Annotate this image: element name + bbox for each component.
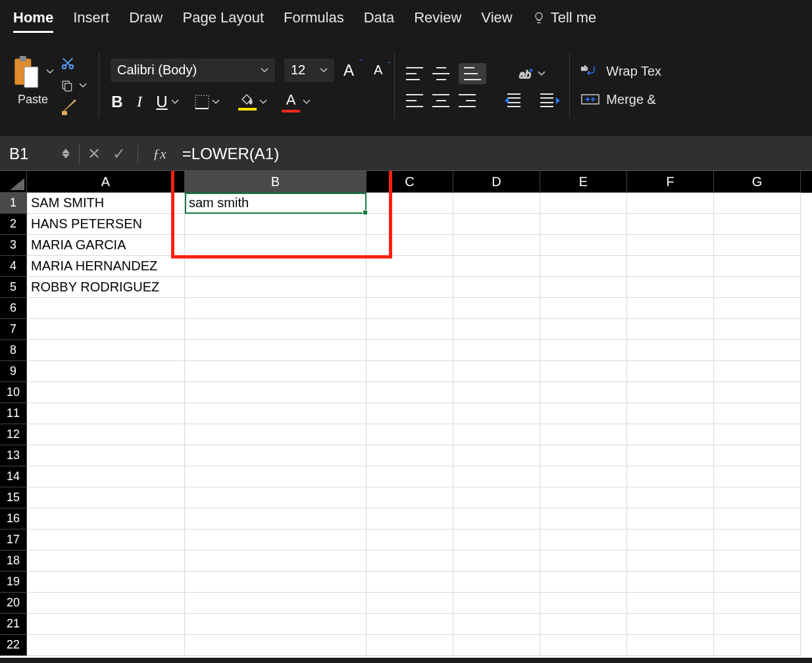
cell[interactable] — [453, 214, 540, 235]
wrap-text-button[interactable]: ab Wrap Tex — [581, 64, 661, 79]
cell[interactable] — [714, 214, 801, 235]
cell[interactable] — [714, 319, 801, 340]
row-header[interactable]: 12 — [0, 424, 27, 445]
cell[interactable] — [185, 572, 367, 593]
row-header[interactable]: 18 — [0, 551, 27, 572]
cell[interactable] — [540, 593, 627, 614]
cell[interactable] — [540, 193, 627, 214]
cell[interactable] — [540, 382, 627, 403]
cell[interactable] — [185, 298, 367, 319]
cell[interactable] — [627, 551, 714, 572]
cell[interactable] — [367, 298, 453, 319]
cell[interactable] — [714, 466, 801, 487]
tab-view[interactable]: View — [481, 9, 512, 26]
increase-indent-button[interactable] — [540, 93, 557, 108]
cell[interactable] — [367, 340, 453, 361]
tab-review[interactable]: Review — [414, 9, 461, 26]
cell[interactable] — [714, 445, 801, 466]
align-right-button[interactable] — [459, 94, 476, 107]
cell[interactable] — [540, 319, 627, 340]
formula-input[interactable]: =LOWER(A1) — [174, 145, 812, 163]
cell[interactable] — [27, 361, 185, 382]
cell[interactable] — [453, 445, 540, 466]
cell[interactable] — [714, 277, 801, 298]
column-header-b[interactable]: B — [185, 171, 367, 193]
cell[interactable] — [27, 403, 185, 424]
cell[interactable] — [453, 340, 540, 361]
row-header[interactable]: 4 — [0, 256, 27, 277]
cell[interactable] — [627, 235, 714, 256]
cell[interactable] — [185, 614, 367, 635]
row-header[interactable]: 15 — [0, 487, 27, 508]
cell[interactable] — [714, 256, 801, 277]
cell[interactable] — [367, 445, 453, 466]
cell[interactable] — [453, 403, 540, 424]
cell[interactable] — [540, 466, 627, 487]
align-left-button[interactable] — [406, 94, 423, 107]
cell[interactable] — [367, 635, 453, 656]
cell[interactable] — [714, 340, 801, 361]
align-center-button[interactable] — [432, 94, 449, 107]
align-bottom-button[interactable] — [459, 63, 486, 84]
cell[interactable] — [540, 508, 627, 529]
cell[interactable] — [185, 235, 367, 256]
cell[interactable] — [185, 214, 367, 235]
cell[interactable] — [367, 466, 453, 487]
cell[interactable] — [367, 235, 453, 256]
cell[interactable] — [540, 529, 627, 551]
cell[interactable] — [540, 403, 627, 424]
cell[interactable]: MARIA GARCIA — [27, 235, 185, 256]
cell[interactable] — [627, 319, 714, 340]
cell[interactable] — [367, 193, 453, 214]
cell[interactable] — [367, 529, 453, 551]
cell[interactable]: sam smith — [185, 193, 367, 214]
cell[interactable] — [627, 277, 714, 298]
row-header[interactable]: 16 — [0, 508, 27, 529]
cancel-formula-button[interactable]: ✕ — [88, 145, 101, 163]
cell[interactable] — [367, 614, 453, 635]
tab-data[interactable]: Data — [364, 9, 394, 26]
row-header[interactable]: 11 — [0, 403, 27, 424]
cell[interactable] — [714, 382, 801, 403]
cell[interactable] — [185, 635, 367, 656]
row-header[interactable]: 14 — [0, 466, 27, 487]
bold-button[interactable]: B — [111, 93, 124, 111]
cell[interactable] — [714, 193, 801, 214]
accept-formula-button[interactable]: ✓ — [113, 145, 126, 163]
borders-button[interactable] — [195, 95, 220, 109]
cell[interactable] — [185, 593, 367, 614]
column-header-e[interactable]: E — [540, 171, 627, 193]
tab-home[interactable]: Home — [13, 9, 53, 26]
cell[interactable] — [27, 529, 185, 551]
cell[interactable] — [627, 193, 714, 214]
cell[interactable] — [714, 424, 801, 445]
column-header-c[interactable]: C — [367, 171, 453, 193]
cell[interactable] — [627, 593, 714, 614]
format-painter-button[interactable] — [61, 99, 87, 116]
cell[interactable] — [453, 319, 540, 340]
cell[interactable] — [540, 256, 627, 277]
fx-icon[interactable]: ƒx — [153, 145, 166, 162]
row-header[interactable]: 1 — [0, 193, 27, 214]
cell[interactable] — [367, 256, 453, 277]
cell[interactable] — [714, 403, 801, 424]
cell[interactable] — [367, 319, 453, 340]
cell[interactable] — [367, 382, 453, 403]
cell[interactable] — [627, 529, 714, 551]
cell[interactable] — [453, 193, 540, 214]
cell[interactable] — [453, 361, 540, 382]
tab-insert[interactable]: Insert — [73, 9, 109, 26]
decrease-indent-button[interactable] — [507, 93, 524, 108]
cell[interactable] — [185, 508, 367, 529]
cell[interactable] — [627, 256, 714, 277]
cell[interactable] — [27, 466, 185, 487]
cell[interactable] — [627, 382, 714, 403]
font-size-select[interactable]: 12 — [284, 59, 334, 82]
cell[interactable] — [453, 572, 540, 593]
font-name-select[interactable]: Calibri (Body) — [111, 59, 275, 82]
row-header[interactable]: 9 — [0, 361, 27, 382]
row-header[interactable]: 8 — [0, 340, 27, 361]
cell[interactable] — [185, 551, 367, 572]
cell[interactable] — [627, 424, 714, 445]
cell[interactable] — [27, 445, 185, 466]
